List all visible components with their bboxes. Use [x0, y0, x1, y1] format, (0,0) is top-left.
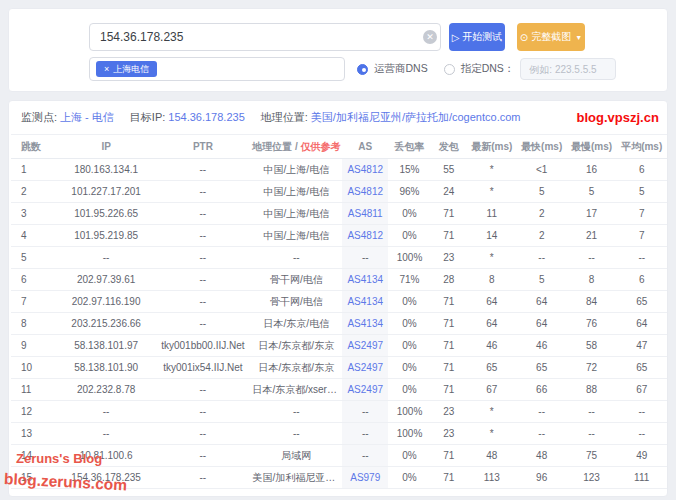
as-link[interactable]: AS4812	[347, 230, 383, 241]
cell-sent: 71	[431, 291, 467, 313]
cell-worst: 84	[567, 291, 617, 313]
cell-hop: 10	[11, 357, 57, 379]
cell-sent: 23	[431, 423, 467, 445]
cell-as: AS4812	[342, 159, 388, 181]
table-row: 4101.95.219.85--中国/上海/电信AS48120%71142217	[11, 225, 667, 247]
cell-avg: --	[616, 423, 667, 445]
cell-sent: 23	[431, 401, 467, 423]
cell-avg: 111	[616, 467, 667, 489]
toolbar-card: ✕ ▷ 开始测试 ⊙ 完整截图 ▼ × 上海电信 运营商DNS 指定DNS：	[8, 8, 668, 92]
cell-latest: *	[467, 247, 517, 269]
cell-ip: 101.95.226.65	[57, 203, 155, 225]
col-header-latest: 最新(ms)	[467, 135, 517, 159]
cell-hop: 11	[11, 379, 57, 401]
cell-ptr: --	[155, 467, 250, 489]
table-header-row: 跳数IPPTR地理位置 / 仅供参考AS丢包率发包最新(ms)最快(ms)最慢(…	[11, 135, 667, 159]
cell-as: AS4812	[342, 181, 388, 203]
cell-as: AS4812	[342, 225, 388, 247]
cell-best: 5	[517, 181, 567, 203]
tag-close-icon[interactable]: ×	[104, 64, 109, 74]
col-header-avg: 平均(ms)	[616, 135, 667, 159]
as-link[interactable]: AS2497	[347, 362, 383, 373]
as-link[interactable]: AS2497	[347, 340, 383, 351]
cell-latest: 113	[467, 467, 517, 489]
cell-sent: 71	[431, 335, 467, 357]
cell-ptr: --	[155, 269, 250, 291]
cell-ptr: --	[155, 401, 250, 423]
geo-location: 地理位置:美国/加利福尼亚州/萨拉托加/cogentco.com	[261, 110, 521, 125]
cell-geo: 日本/东京都/东京	[250, 335, 342, 357]
cell-ip: 10.81.100.6	[57, 445, 155, 467]
cell-as: AS4134	[342, 313, 388, 335]
cell-hop: 7	[11, 291, 57, 313]
site-watermark: blog.vpszj.cn	[576, 110, 658, 125]
cell-sent: 71	[431, 225, 467, 247]
cell-ptr: tky001ix54.IIJ.Net	[155, 357, 250, 379]
cell-best: 2	[517, 225, 567, 247]
cell-ip: 101.227.17.201	[57, 181, 155, 203]
cell-loss: 0%	[388, 203, 431, 225]
cell-ptr: --	[155, 423, 250, 445]
camera-icon: ⊙	[520, 32, 528, 43]
cell-ip: 202.232.8.78	[57, 379, 155, 401]
cell-sent: 71	[431, 445, 467, 467]
as-link[interactable]: AS4812	[347, 164, 383, 175]
cell-worst: 76	[567, 313, 617, 335]
target-input[interactable]	[89, 23, 441, 51]
cell-avg: 65	[616, 291, 667, 313]
radio-custom-dns-label: 指定DNS：	[461, 62, 515, 76]
as-link[interactable]: AS2497	[347, 384, 383, 395]
col-header-ip: IP	[57, 135, 155, 159]
col-header-geo: 地理位置 / 仅供参考	[250, 135, 342, 159]
as-link[interactable]: AS4812	[347, 186, 383, 197]
full-screenshot-button[interactable]: ⊙ 完整截图 ▼	[517, 23, 585, 51]
as-link[interactable]: AS4811	[348, 208, 383, 219]
col-header-hop: 跳数	[11, 135, 57, 159]
cell-loss: 0%	[388, 291, 431, 313]
trace-table: 跳数IPPTR地理位置 / 仅供参考AS丢包率发包最新(ms)最快(ms)最慢(…	[11, 134, 667, 489]
start-test-button[interactable]: ▷ 开始测试	[449, 23, 505, 51]
cell-sent: 55	[431, 159, 467, 181]
cell-best: 64	[517, 313, 567, 335]
monitor-node: 监测点:上海 - 电信	[21, 110, 114, 125]
cell-worst: 75	[567, 445, 617, 467]
cell-ip: --	[57, 247, 155, 269]
cell-latest: 8	[467, 269, 517, 291]
table-row: 7202.97.116.190--骨干网/电信AS41340%716464846…	[11, 291, 667, 313]
cell-latest: 14	[467, 225, 517, 247]
cell-latest: 65	[467, 357, 517, 379]
as-link[interactable]: AS4134	[347, 274, 383, 285]
cell-worst: 8	[567, 269, 617, 291]
cell-avg: 67	[616, 379, 667, 401]
radio-custom-dns[interactable]	[444, 64, 455, 75]
cell-geo: 骨干网/电信	[250, 291, 342, 313]
cell-worst: 72	[567, 357, 617, 379]
cell-best: 2	[517, 203, 567, 225]
cell-ip: --	[57, 401, 155, 423]
as-link[interactable]: AS4134	[347, 318, 383, 329]
cell-avg: --	[616, 247, 667, 269]
cell-ptr: --	[155, 225, 250, 247]
col-header-sent: 发包	[431, 135, 467, 159]
radio-isp-dns[interactable]	[357, 64, 368, 75]
clear-input-icon[interactable]: ✕	[423, 30, 437, 44]
cell-latest: *	[467, 423, 517, 445]
cell-geo: 中国/上海/电信	[250, 159, 342, 181]
as-link[interactable]: AS4134	[347, 296, 383, 307]
table-row: 5--------100%23*------	[11, 247, 667, 269]
cell-avg: 5	[616, 181, 667, 203]
cell-hop: 9	[11, 335, 57, 357]
target-ip-value: 154.36.178.235	[168, 111, 244, 123]
cell-loss: 100%	[388, 247, 431, 269]
cell-geo: 日本/东京/电信	[250, 313, 342, 335]
table-row: 13--------100%23*------	[11, 423, 667, 445]
dns-input[interactable]	[520, 58, 616, 80]
chevron-down-icon: ▼	[575, 34, 582, 41]
cell-ptr: --	[155, 379, 250, 401]
cell-as: AS2497	[342, 379, 388, 401]
cell-hop: 13	[11, 423, 57, 445]
as-link[interactable]: AS979	[350, 472, 380, 483]
cell-geo: 日本/东京都/xserver.co.jp	[250, 379, 342, 401]
cell-ip: 58.138.101.90	[57, 357, 155, 379]
start-test-label: 开始测试	[462, 30, 502, 44]
